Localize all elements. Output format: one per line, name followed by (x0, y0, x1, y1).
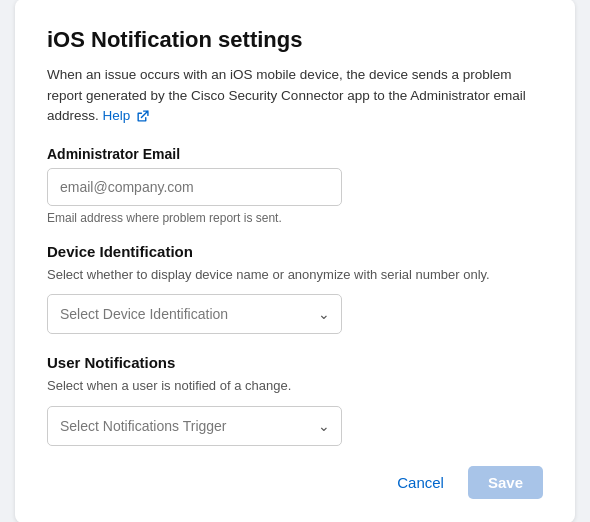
cancel-button[interactable]: Cancel (385, 466, 456, 499)
admin-email-section: Administrator Email Email address where … (47, 146, 543, 225)
page-description: When an issue occurs with an iOS mobile … (47, 65, 543, 126)
admin-email-helper: Email address where problem report is se… (47, 211, 543, 225)
page-title: iOS Notification settings (47, 27, 543, 53)
device-identification-select[interactable]: Select Device Identification Display Dev… (47, 294, 342, 334)
notifications-trigger-dropdown-wrapper: Select Notifications Trigger On Any Chan… (47, 406, 342, 446)
help-link[interactable]: Help (103, 108, 150, 123)
save-button[interactable]: Save (468, 466, 543, 499)
admin-email-label: Administrator Email (47, 146, 543, 162)
ios-notification-settings-card: iOS Notification settings When an issue … (15, 0, 575, 522)
footer: Cancel Save (47, 466, 543, 499)
external-link-icon (136, 110, 149, 123)
device-identification-dropdown-wrapper: Select Device Identification Display Dev… (47, 294, 342, 334)
user-notifications-section: User Notifications Select when a user is… (47, 354, 543, 445)
user-notifications-description: Select when a user is notified of a chan… (47, 377, 543, 395)
notifications-trigger-select[interactable]: Select Notifications Trigger On Any Chan… (47, 406, 342, 446)
device-identification-section: Device Identification Select whether to … (47, 243, 543, 334)
device-identification-description: Select whether to display device name or… (47, 266, 543, 284)
admin-email-input[interactable] (47, 168, 342, 206)
user-notifications-label: User Notifications (47, 354, 543, 371)
device-identification-label: Device Identification (47, 243, 543, 260)
